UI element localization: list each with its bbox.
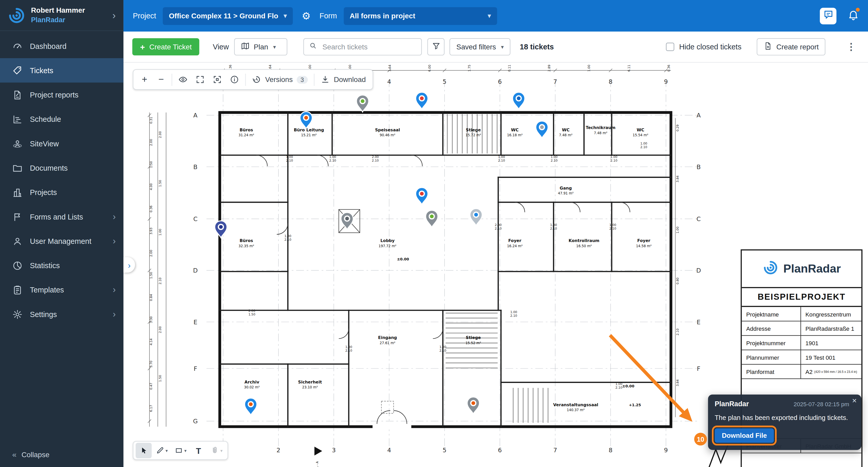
info-button[interactable] [226,71,243,87]
notification-dot [856,8,860,12]
svg-text:2.10: 2.10 [286,159,293,163]
sidebar-item-forms-and-lists[interactable]: Forms and Lists› [0,205,123,229]
attach-tool-button[interactable]: ▾ [208,443,225,458]
ticket-pin[interactable] [245,398,257,415]
titleblock-row: AddressePlanRadarstraße 1 [742,321,861,336]
search-input[interactable] [321,42,417,52]
grid-label: E [193,319,197,326]
download-file-button[interactable]: Download File [715,428,774,443]
titleblock-row-note: (420 x 594 mm / 16.5 x 23.4 in) [814,370,857,373]
project-selector[interactable]: Office Complex 11 > Ground Floor ▾ [163,7,293,25]
view-mode-button[interactable]: Plan ▾ [234,38,287,55]
close-icon[interactable]: ✕ [852,397,857,404]
svg-text:1.50: 1.50 [149,161,153,168]
sidebar-item-dashboard[interactable]: Dashboard [0,34,123,58]
svg-text:1.00: 1.00 [551,155,558,159]
svg-text:2.00: 2.00 [158,326,162,333]
saved-filters-button[interactable]: Saved filters ▾ [450,38,510,55]
planradar-logo-icon [7,6,26,25]
ticket-pin[interactable] [215,221,227,238]
svg-text:1.50: 1.50 [249,313,255,316]
svg-text:1.00: 1.00 [158,229,162,236]
text-tool-button[interactable]: T [190,443,207,458]
download-plan-button[interactable]: Download [317,71,370,87]
support-chat-button[interactable] [820,7,836,24]
grid-label: 8 [609,446,613,454]
sidebar-item-label: Templates [30,286,64,294]
text-tool-icon: T [196,446,201,455]
versions-button[interactable]: Versions 3 [248,71,312,87]
account-header[interactable]: Robert Hammer PlanRadar › [0,0,123,31]
zoom-in-button[interactable]: + [136,71,153,87]
sidebar-item-tickets[interactable]: Tickets [0,58,123,83]
hide-closed-checkbox[interactable]: Hide closed tickets [666,43,742,51]
sidebar-item-siteview[interactable]: SiteView [0,132,123,156]
svg-text:32.35 m²: 32.35 m² [239,244,254,248]
sidebar-item-settings[interactable]: Settings› [0,302,123,326]
sidebar-item-schedule[interactable]: Schedule [0,107,123,132]
ticket-pin[interactable] [536,121,548,138]
svg-text:WC: WC [511,127,519,133]
project-settings-gear-icon[interactable]: ⚙ [300,11,313,21]
ticket-pin[interactable] [356,95,369,112]
sidebar-item-projects[interactable]: Projects [0,180,123,204]
svg-text:197.72 m²: 197.72 m² [379,244,397,248]
zoom-out-button[interactable]: − [153,71,169,87]
create-ticket-button[interactable]: + Create Ticket [132,38,199,55]
svg-text:Technikraum: Technikraum [586,125,615,130]
checkbox-box[interactable] [666,43,674,51]
draw-tool-button[interactable]: ▾ [153,443,170,458]
ticket-pin[interactable] [416,187,428,204]
qr-scan-button[interactable] [209,71,226,87]
grid-label: 4 [387,78,391,85]
projects-icon [12,187,23,198]
grid-label: D [696,267,701,274]
ticket-pin[interactable] [300,112,312,128]
svg-text:14.58 m²: 14.58 m² [636,244,652,248]
visibility-eye-button[interactable] [175,71,191,87]
sidebar-item-documents[interactable]: Documents [0,156,123,180]
sidebar-item-statistics[interactable]: Statistics [0,253,123,278]
svg-text:2.00: 2.00 [495,223,502,227]
kebab-menu-icon[interactable]: ⋮ [843,41,859,52]
shape-tool-button[interactable]: ▾ [172,443,189,458]
ticket-pin[interactable] [513,92,525,109]
grid-label: 5 [442,446,446,454]
svg-text:2.00: 2.00 [249,309,255,313]
svg-text:3.84: 3.84 [676,176,679,182]
annotation-toolbar: ▾ ▾ T ▾ [133,441,228,460]
svg-text:WC: WC [562,127,570,133]
sidebar-item-project-reports[interactable]: Project reports [0,83,123,107]
svg-text:Archiv: Archiv [244,380,259,384]
titleblock-project-title: BEISPIELPROJEKT [742,288,861,307]
ticket-pin[interactable] [470,209,482,226]
room-label: Stiege15.52 m² [466,335,481,345]
notifications-button[interactable] [847,9,859,23]
svg-text:±0.00: ±0.00 [622,384,634,388]
select-tool-button[interactable] [135,443,152,458]
grid-label: D [193,267,197,274]
svg-text:3.84: 3.84 [676,379,679,386]
svg-text:+1.25: +1.25 [629,403,641,407]
sidebar-item-templates[interactable]: Templates› [0,278,123,302]
svg-text:90.46 m²: 90.46 m² [380,133,395,137]
grid-label: 9 [664,78,668,85]
grid-label: B [696,164,701,171]
fullscreen-button[interactable] [191,71,209,87]
filter-button[interactable] [428,38,444,55]
ticket-pin[interactable] [416,92,428,109]
ticket-pin[interactable] [426,210,438,227]
svg-text:6.00: 6.00 [428,65,431,71]
ticket-pin[interactable] [467,397,479,414]
svg-text:0.11: 0.11 [507,65,511,71]
svg-text:140.37 m²: 140.37 m² [567,408,585,412]
grid-label: E [697,319,701,326]
ticket-pin[interactable] [341,212,353,229]
form-selector[interactable]: All forms in project ▾ [344,7,497,25]
sidebar-item-user-management[interactable]: User Management› [0,229,123,253]
collapse-button[interactable]: « Collapse [0,442,123,467]
account-chevron-right-icon[interactable]: › [110,10,118,22]
grid-label: 8 [609,78,613,85]
create-report-button[interactable]: Create report [757,38,826,55]
chat-bubble-icon [823,9,833,22]
